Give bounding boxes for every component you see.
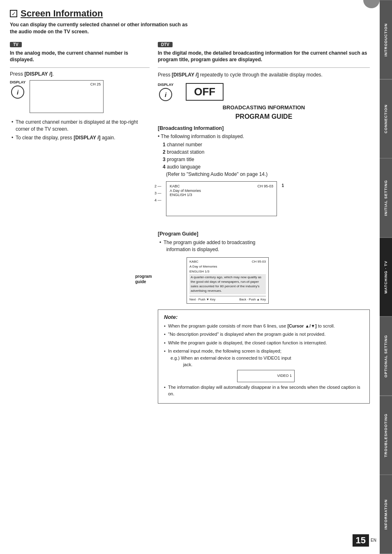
- pg-title: A Day of Memories: [189, 264, 266, 269]
- pg-screen-area: programguide KABC CH 95-03 A Day of Memo…: [162, 257, 370, 304]
- tv-bullet-1: The current channel number is displayed …: [12, 119, 150, 133]
- pg-nav-left: Next · Push ▼ Key: [189, 297, 215, 302]
- bs-row-station: KABC CH 95-03 1: [170, 184, 273, 188]
- sidebar-tab-optional-setting: OPTIONAL SETTING: [380, 316, 392, 396]
- bs-lang: ENGLISH 1/3: [170, 193, 273, 197]
- bs-station: KABC: [170, 184, 180, 188]
- broadcast-screen: KABC CH 95-03 1 A Day of Memories ENGLIS…: [166, 181, 277, 216]
- display-key-label: [DISPLAY i]: [24, 71, 52, 77]
- sidebar-tab-watching-tv: WATCHING · TV: [380, 238, 392, 317]
- bi-note: (Refer to "Switching Audio Mode" on page…: [159, 171, 370, 178]
- tv-display-icon: i: [11, 85, 24, 99]
- mode-program-guide: PROGRAM GUIDE: [158, 113, 370, 120]
- note-item-1: When the program guide consists of more …: [164, 323, 364, 330]
- dtv-mode-desc: In the digital mode, the detailed broadc…: [158, 50, 370, 64]
- sidebar-tab-initial-setting: INITIAL SETTING: [380, 158, 392, 238]
- tv-screen-mockup: CH 25: [30, 80, 104, 113]
- video1-label: VIDEO 1: [277, 373, 292, 379]
- pg-screen: KABC CH 95-03 A Day of Memories ENGLISH …: [187, 257, 269, 304]
- title-checkbox: ✓: [10, 10, 17, 17]
- two-column-layout: TV In the analog mode, the current chann…: [10, 41, 370, 404]
- sidebar-tab-information: INFORMATION: [380, 475, 392, 554]
- sidebar-tab-connection: CONNECTION: [380, 79, 392, 159]
- broadcasting-items: 1 channel number 2 broadcast station 3 p…: [158, 141, 370, 178]
- page-title: Screen Information: [21, 8, 103, 19]
- broadcasting-intro: • The following information is displayed…: [158, 134, 370, 139]
- video1-box: VIDEO 1: [237, 370, 295, 382]
- pg-lang: ENGLISH 1/3: [189, 269, 266, 274]
- tv-display-demo: DISPLAY i CH 25: [10, 80, 150, 113]
- mode-off: OFF: [186, 83, 224, 101]
- bi-item-3: 3 program title: [159, 156, 370, 163]
- note-item-5: The information display will automatical…: [164, 384, 364, 397]
- program-guide-heading: [Program Guide]: [158, 231, 370, 237]
- sidebar-tab-introduction: INTRODUCTION: [380, 0, 392, 79]
- sidebar-tab-troubleshooting: TROUBLESHOOTING: [380, 396, 392, 475]
- pg-nav-right: Back · Push ▲ Key: [239, 297, 266, 302]
- right-column: DTV In the digital mode, the detailed br…: [158, 41, 370, 404]
- sidebar: INTRODUCTION CONNECTION INITIAL SETTING …: [380, 0, 392, 554]
- tv-bullet-2: To clear the display, press [DISPLAY i] …: [12, 134, 150, 141]
- broadcast-screen-area: 2 —3 —4 — KABC CH 95-03 1 A Day of Memor…: [166, 181, 277, 224]
- dtv-display-icon: i: [159, 88, 172, 101]
- mode-flow: OFF: [186, 83, 224, 101]
- note-item-2: "No description provided" is displayed w…: [164, 331, 364, 338]
- note-item-4: In external input mode, the following sc…: [164, 348, 364, 382]
- pg-desc-item: The program guide added to broadcasting …: [159, 239, 370, 253]
- dtv-badge: DTV: [158, 42, 173, 47]
- mode-broadcasting: BROADCASTING INFORMATION: [158, 104, 370, 111]
- pg-label: programguide: [135, 274, 152, 284]
- tv-press-line: Press [DISPLAY i].: [10, 71, 150, 77]
- channel-number: CH 25: [90, 82, 101, 86]
- tv-badge: TV: [10, 42, 22, 47]
- pg-body: A quarter-century ago, which may now qua…: [189, 274, 266, 294]
- broadcasting-heading: [Broadcasting Information]: [158, 125, 370, 131]
- note-bullets: When the program guide consists of more …: [164, 323, 364, 397]
- pg-nav: Next · Push ▼ Key Back · Push ▲ Key: [189, 296, 266, 302]
- tv-bullets: The current channel number is displayed …: [10, 119, 150, 141]
- pg-ch: CH 95-03: [252, 259, 266, 264]
- label-arrows: 2 —3 —4 —: [154, 183, 161, 204]
- page-number-area: 15 EN: [353, 534, 376, 547]
- bs-ch: CH 95-03: [257, 184, 273, 188]
- note-title: Note:: [164, 314, 364, 320]
- tv-display-icon-wrap: DISPLAY i: [10, 80, 25, 99]
- bs-num1: 1: [281, 183, 284, 188]
- main-content: ✓ Screen Information You can display the…: [0, 0, 380, 554]
- tv-mode-desc: In the analog mode, the current channel …: [10, 50, 150, 64]
- left-column: TV In the analog mode, the current chann…: [10, 41, 150, 404]
- note-item-3: While the program guide is displayed, th…: [164, 339, 364, 346]
- page-en-label: EN: [371, 538, 376, 542]
- dtv-display-modes: DISPLAY i OFF: [158, 83, 370, 101]
- bi-item-4: 4 audio language: [159, 163, 370, 171]
- bs-empty-area: [170, 197, 273, 213]
- pg-desc: The program guide added to broadcasting …: [158, 239, 370, 253]
- bs-title: A Day of Memories: [170, 189, 273, 193]
- page-subtitle: You can display the currently selected c…: [10, 21, 370, 35]
- pg-header: KABC CH 95-03: [189, 259, 266, 264]
- page-title-row: ✓ Screen Information: [10, 8, 370, 19]
- tv-display-label: DISPLAY: [10, 80, 25, 84]
- bi-item-2: 2 broadcast station: [159, 148, 370, 156]
- dtv-display-label: DISPLAY: [158, 83, 173, 87]
- dtv-display-icon-wrap: DISPLAY i: [158, 83, 173, 101]
- pg-station: KABC: [189, 259, 198, 264]
- bi-item-1: 1 channel number: [159, 141, 370, 148]
- dtv-press-line: Press [DISPLAY i] repeatedly to cycle th…: [158, 71, 370, 78]
- page-number: 15: [353, 534, 369, 547]
- note-box: Note: When the program guide consists of…: [158, 309, 370, 404]
